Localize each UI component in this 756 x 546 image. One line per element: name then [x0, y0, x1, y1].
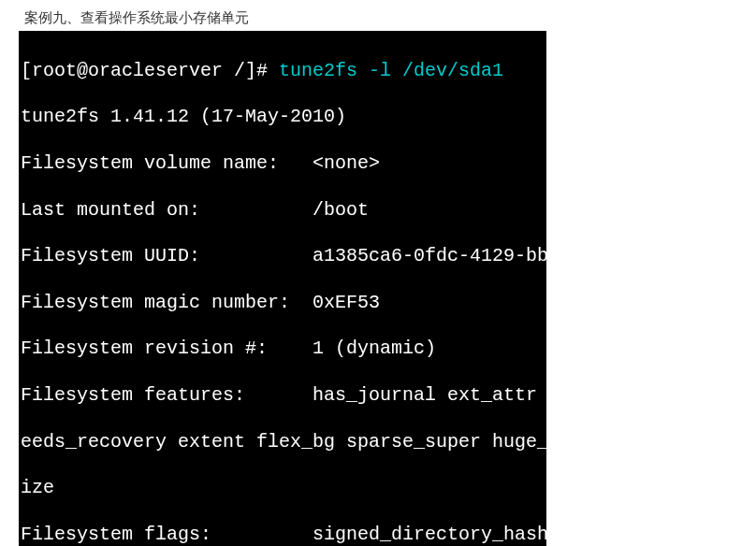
fs-row: Filesystem magic number: 0xEF53 — [21, 292, 546, 315]
fs-label: Filesystem revision #: — [21, 338, 313, 359]
fs-value: a1385ca6-0fdc-4129-bbc — [313, 245, 546, 266]
fs-value: <none> — [313, 152, 380, 174]
fs-row: Filesystem volume name: <none> — [21, 152, 546, 176]
fs-row: Filesystem UUID: a1385ca6-0fdc-4129-bbc — [21, 245, 546, 268]
fs-row: Filesystem flags: signed_directory_hash — [21, 524, 546, 546]
fs-row: Filesystem features: has_journal ext_att… — [21, 384, 546, 408]
fs-row: Filesystem revision #: 1 (dynamic) — [21, 338, 546, 361]
fs-label: Filesystem volume name: — [21, 152, 313, 174]
fs-label: Last mounted on: — [21, 199, 313, 221]
fs-value: 1 (dynamic) — [313, 338, 436, 359]
terminal-output: [root@oracleserver /]# tune2fs -l /dev/s… — [19, 31, 546, 546]
fs-value: /boot — [313, 199, 369, 221]
version-line: tune2fs 1.41.12 (17-May-2010) — [21, 106, 546, 129]
fs-row: Last mounted on: /boot — [21, 199, 546, 223]
fs-label: Filesystem flags: — [21, 524, 313, 545]
prompt-user-host: [root@oracleserver /]# — [21, 60, 279, 81]
fs-value: signed_directory_hash — [313, 524, 546, 545]
fs-label: Filesystem magic number: — [21, 292, 313, 313]
prompt-line: [root@oracleserver /]# tune2fs -l /dev/s… — [21, 60, 546, 83]
fs-value: 0xEF53 — [313, 292, 380, 313]
figure-caption: 案例九、查看操作系统最小存储单元 — [19, 9, 737, 27]
fs-value: has_journal ext_attr n — [313, 384, 546, 406]
fs-label: Filesystem features: — [21, 384, 313, 406]
wrap-line: eeds_recovery extent flex_bg sparse_supe… — [21, 431, 546, 454]
fs-label: Filesystem UUID: — [21, 245, 313, 266]
command-text: tune2fs -l /dev/sda1 — [279, 60, 503, 81]
wrap-line: ize — [21, 477, 546, 500]
